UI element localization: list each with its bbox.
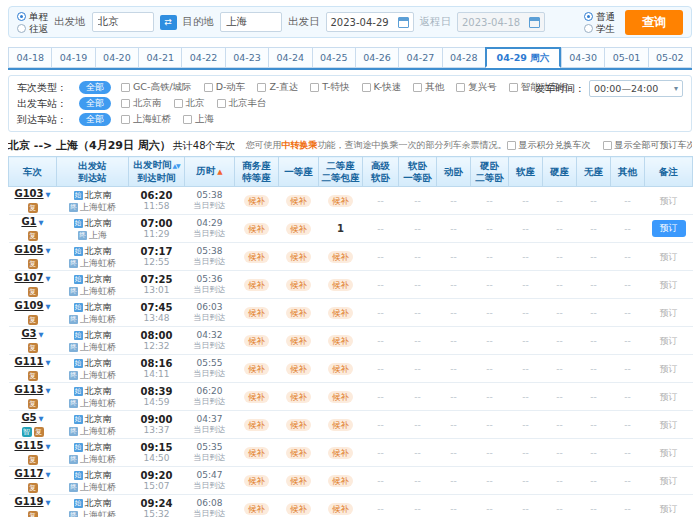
train-number[interactable]: G103▼ (9, 188, 57, 201)
waitlist-link[interactable]: 候补 (244, 363, 269, 375)
expand-caret-icon[interactable]: ▼ (46, 470, 51, 481)
column-header[interactable]: 历时▲ (185, 157, 235, 187)
date-tab[interactable]: 04-18 (8, 47, 51, 68)
to-input[interactable] (220, 12, 282, 32)
filter-checkbox[interactable]: K-快速 (362, 81, 402, 94)
date-tab[interactable]: 04-22 (181, 47, 224, 68)
filter-checkbox[interactable]: 北京丰台 (217, 97, 267, 110)
waitlist-link[interactable]: 候补 (244, 279, 269, 291)
date-tab[interactable]: 04-23 (225, 47, 268, 68)
waitlist-link[interactable]: 候补 (286, 391, 311, 403)
filter-checkbox[interactable]: 北京 (174, 97, 205, 110)
expand-caret-icon[interactable]: ▼ (39, 414, 44, 425)
waitlist-link[interactable]: 候补 (286, 447, 311, 459)
passenger-type-option[interactable]: 学生 (584, 23, 615, 34)
filter-checkbox[interactable]: 复兴号 (456, 81, 497, 94)
transfer-link[interactable]: 中转换乘 (282, 140, 318, 150)
from-input[interactable] (92, 12, 154, 32)
train-number[interactable]: G111▼ (9, 356, 57, 369)
waitlist-link[interactable]: 候补 (328, 307, 353, 319)
waitlist-link[interactable]: 候补 (286, 279, 311, 291)
date-tab[interactable]: 04-29 周六 (485, 47, 561, 68)
sort-icon[interactable]: ▲▼ (172, 162, 179, 169)
column-header[interactable]: 出发时间▲▼到达时间 (129, 157, 185, 187)
date-tab[interactable]: 05-01 (604, 47, 647, 68)
waitlist-link[interactable]: 候补 (328, 475, 353, 487)
waitlist-link[interactable]: 候补 (286, 251, 311, 263)
filter-all-tag[interactable]: 全部 (79, 97, 111, 110)
expand-caret-icon[interactable]: ▼ (46, 302, 51, 313)
waitlist-link[interactable]: 候补 (286, 363, 311, 375)
expand-caret-icon[interactable]: ▼ (46, 246, 51, 257)
filter-all-tag[interactable]: 全部 (79, 81, 111, 94)
waitlist-link[interactable]: 候补 (286, 223, 311, 235)
waitlist-link[interactable]: 候补 (286, 503, 311, 515)
waitlist-link[interactable]: 候补 (328, 419, 353, 431)
waitlist-link[interactable]: 候补 (244, 335, 269, 347)
expand-caret-icon[interactable]: ▼ (46, 442, 51, 453)
date-tab[interactable]: 04-25 (312, 47, 355, 68)
date-tab[interactable]: 04-27 (398, 47, 441, 68)
waitlist-link[interactable]: 候补 (328, 391, 353, 403)
expand-caret-icon[interactable]: ▼ (46, 190, 51, 201)
train-number[interactable]: G3▼ (9, 328, 57, 341)
waitlist-link[interactable]: 候补 (286, 195, 311, 207)
filter-checkbox[interactable]: 上海 (183, 113, 214, 126)
filter-checkbox[interactable]: 北京南 (121, 97, 162, 110)
filter-checkbox[interactable]: Z-直达 (257, 81, 298, 94)
expand-caret-icon[interactable]: ▼ (46, 386, 51, 397)
waitlist-link[interactable]: 候补 (286, 475, 311, 487)
date-tab[interactable]: 04-24 (268, 47, 311, 68)
sort-icon[interactable]: ▲ (217, 168, 222, 176)
waitlist-link[interactable]: 候补 (244, 475, 269, 487)
expand-caret-icon[interactable]: ▼ (46, 358, 51, 369)
swap-icon[interactable]: ⇄ (160, 15, 177, 30)
reserve-button[interactable]: 预订 (652, 220, 686, 237)
train-number[interactable]: G113▼ (9, 384, 57, 397)
waitlist-link[interactable]: 候补 (244, 419, 269, 431)
train-number[interactable]: G1▼ (9, 216, 57, 229)
waitlist-link[interactable]: 候补 (328, 447, 353, 459)
waitlist-link[interactable]: 候补 (286, 419, 311, 431)
show-points-checkbox[interactable]: 显示积分兑换车次 (507, 139, 591, 152)
date-tab[interactable]: 05-02 (648, 47, 692, 68)
waitlist-link[interactable]: 候补 (244, 307, 269, 319)
date-tab[interactable]: 04-26 (355, 47, 398, 68)
train-number[interactable]: G107▼ (9, 272, 57, 285)
filter-checkbox[interactable]: GC-高铁/城际 (121, 81, 192, 94)
train-number[interactable]: G105▼ (9, 244, 57, 257)
passenger-type-option[interactable]: 普通 (584, 11, 615, 22)
waitlist-link[interactable]: 候补 (328, 335, 353, 347)
waitlist-link[interactable]: 候补 (244, 251, 269, 263)
date-tab[interactable]: 04-20 (95, 47, 138, 68)
depart-time-select[interactable]: 00:00—24:00 ▾ (589, 80, 683, 97)
depart-date-input[interactable]: 2023-04-29 (326, 12, 414, 32)
query-button[interactable]: 查询 (625, 10, 683, 35)
trip-type-option[interactable]: 往返 (17, 23, 48, 34)
expand-caret-icon[interactable]: ▼ (39, 330, 44, 341)
date-tab[interactable]: 04-28 (442, 47, 485, 68)
waitlist-link[interactable]: 候补 (328, 251, 353, 263)
filter-checkbox[interactable]: 上海虹桥 (121, 113, 171, 126)
filter-all-tag[interactable]: 全部 (79, 113, 111, 126)
waitlist-link[interactable]: 候补 (244, 195, 269, 207)
date-tab[interactable]: 04-21 (138, 47, 181, 68)
waitlist-link[interactable]: 候补 (328, 279, 353, 291)
waitlist-link[interactable]: 候补 (328, 363, 353, 375)
waitlist-link[interactable]: 候补 (244, 447, 269, 459)
train-number[interactable]: G115▼ (9, 440, 57, 453)
waitlist-link[interactable]: 候补 (244, 223, 269, 235)
train-number[interactable]: G109▼ (9, 300, 57, 313)
return-date-input[interactable]: 2023-04-18 (457, 12, 545, 32)
date-tab[interactable]: 04-30 (561, 47, 604, 68)
train-number[interactable]: G117▼ (9, 468, 57, 481)
train-number[interactable]: G119▼ (9, 496, 57, 509)
waitlist-link[interactable]: 候补 (286, 335, 311, 347)
waitlist-link[interactable]: 候补 (328, 195, 353, 207)
date-tab[interactable]: 04-19 (51, 47, 94, 68)
filter-checkbox[interactable]: D-动车 (204, 81, 246, 94)
expand-caret-icon[interactable]: ▼ (39, 218, 44, 229)
waitlist-link[interactable]: 候补 (244, 503, 269, 515)
filter-checkbox[interactable]: T-特快 (310, 81, 349, 94)
waitlist-link[interactable]: 候补 (244, 391, 269, 403)
